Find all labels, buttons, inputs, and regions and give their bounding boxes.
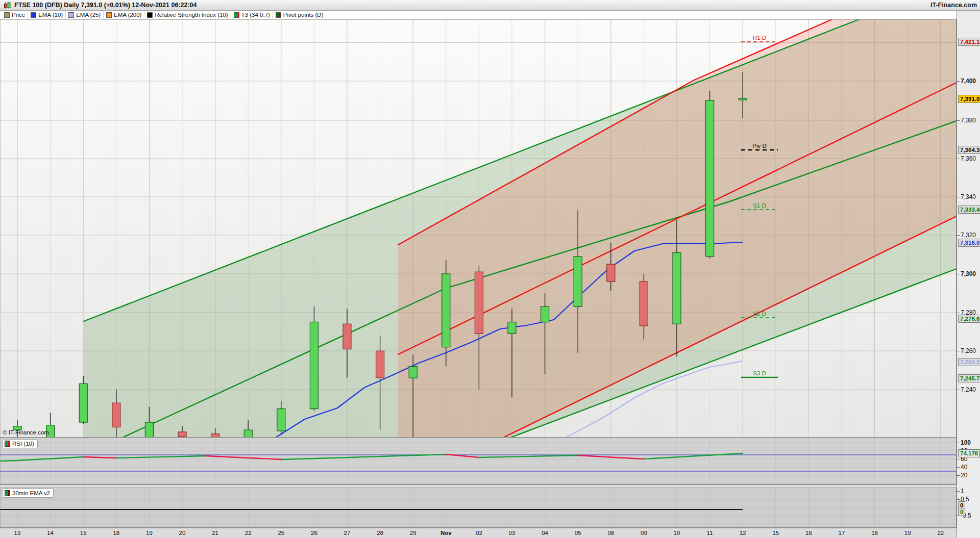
legend-swatch-icon (68, 12, 74, 18)
date-label: 11 (707, 530, 713, 536)
date-label: 10 (674, 530, 680, 536)
indicator-legend-bar: PriceEMA (10)EMA (25)EMA (200)Relative S… (0, 11, 980, 19)
date-label: 26 (311, 530, 317, 536)
candle-26[interactable] (310, 306, 318, 411)
price-tick-label: 7,360 (961, 155, 976, 162)
price-tick-label: 7,320 (961, 232, 976, 239)
level-badge: 7,245.7 (958, 374, 980, 382)
lower-legend-box[interactable]: 30min EMA v2 (2, 489, 54, 498)
lower-swatch-icon (5, 490, 10, 496)
date-label: 22 (245, 530, 252, 536)
chart-title: FTSE 100 (DFB) Daily 7,391.0 (+0.01%) 12… (14, 2, 197, 9)
svg-text:S2 D: S2 D (753, 311, 766, 317)
lower-tick-label: 1 (961, 488, 964, 495)
rsi-tick-label: 20 (961, 472, 967, 479)
candlestick-logo-icon (4, 2, 11, 9)
legend-item-label: Pivot points (D) (283, 12, 324, 18)
legend-item-label: EMA (10) (38, 12, 63, 18)
date-label: 05 (575, 530, 581, 536)
legend-item-label: EMA (25) (76, 12, 101, 18)
legend-item-label: Price (12, 12, 25, 18)
date-label: 25 (278, 530, 284, 536)
legend-item-label: T3 (34 0.7) (241, 12, 270, 18)
candle-11[interactable] (706, 91, 714, 259)
rsi-value-badge: 74.178 (958, 449, 980, 457)
brand-link[interactable]: IT-Finance.com (930, 0, 977, 11)
date-label: 19 (904, 530, 911, 536)
rsi-legend-label: RSI (10) (12, 441, 34, 447)
date-label: 14 (47, 530, 54, 536)
price-tick-label: 7,380 (961, 117, 976, 124)
date-label: Nov (440, 530, 452, 536)
date-label: 02 (476, 530, 482, 536)
price-tick-label: 7,260 (961, 347, 976, 354)
date-label: 28 (377, 530, 383, 536)
legend-item-ema-200[interactable]: EMA (200) (104, 11, 144, 19)
price-chart-pane[interactable]: R1 DPiv DS1 DS2 DS3 D© IT-Finance.com (0, 19, 957, 438)
legend-swatch-icon (234, 12, 239, 18)
legend-item-label: EMA (200) (114, 12, 141, 18)
rsi-pane[interactable] (0, 438, 957, 484)
price-axis[interactable]: 7,4007,3807,3607,3407,3207,3007,2807,260… (957, 11, 980, 538)
date-label: 17 (839, 530, 845, 536)
legend-item-ema-10[interactable]: EMA (10) (28, 11, 66, 19)
rsi-tick-label: 100 (961, 439, 971, 446)
legend-item-relative-strength-index-10[interactable]: Relative Strength Index (10) (144, 11, 231, 19)
level-badge: 7,364.3 (958, 146, 980, 154)
legend-item-label: Relative Strength Index (10) (155, 12, 228, 18)
date-label: 09 (641, 530, 647, 536)
date-label: 04 (542, 530, 548, 536)
charting-app: FTSE 100 (DFB) Daily 7,391.0 (+0.01%) 12… (0, 0, 980, 538)
date-label: 08 (607, 530, 614, 536)
date-label: 20 (179, 530, 186, 536)
level-badge: 7,316.0 (958, 239, 980, 247)
date-label: 18 (871, 530, 878, 536)
date-label: 18 (113, 530, 119, 536)
lower-legend-label: 30min EMA v2 (12, 490, 50, 496)
legend-item-pivot-points-d[interactable]: Pivot points (D) (273, 11, 327, 19)
title-bar: FTSE 100 (DFB) Daily 7,391.0 (+0.01%) 12… (0, 0, 980, 11)
svg-text:Piv D: Piv D (752, 143, 766, 149)
date-label: 27 (344, 530, 351, 536)
price-tick-label: 7,300 (961, 270, 976, 277)
legend-swatch-icon (4, 12, 10, 18)
date-label: 29 (410, 530, 416, 536)
svg-text:S3 D: S3 D (753, 370, 766, 376)
legend-item-ema-25[interactable]: EMA (25) (66, 11, 104, 19)
date-label: 15 (80, 530, 87, 536)
date-label: 19 (146, 530, 153, 536)
level-badge: 7,276.6 (958, 315, 980, 323)
level-badge: 7,333.4 (958, 206, 980, 214)
copyright-text: © IT-Finance.com (3, 429, 49, 435)
date-label: 21 (212, 530, 218, 536)
date-label: 13 (14, 530, 21, 536)
legend-item-t3-34-0-7[interactable]: T3 (34 0.7) (231, 11, 273, 19)
svg-text:S1 D: S1 D (753, 202, 766, 209)
level-badge: 7,254.2 (958, 358, 980, 366)
legend-swatch-icon (106, 12, 112, 18)
level-badge: 7,421.1 (958, 38, 980, 46)
legend-swatch-icon (147, 12, 153, 18)
date-axis[interactable]: 13141518192021222526272829Nov02030405080… (0, 528, 957, 538)
rsi-tick-label: 40 (961, 464, 967, 471)
price-tick-label: 7,400 (961, 78, 976, 85)
legend-swatch-icon (276, 12, 281, 18)
date-label: 15 (772, 530, 779, 536)
svg-text:R1 D: R1 D (753, 35, 766, 41)
legend-swatch-icon (31, 12, 36, 18)
price-tick-label: 7,340 (961, 193, 976, 200)
legend-item-price[interactable]: Price (2, 11, 28, 19)
last-price-badge: 7,391.0 (958, 95, 980, 103)
price-tick-label: 7,240 (961, 386, 976, 393)
date-label: 12 (740, 530, 746, 536)
ema-signal-pane[interactable] (0, 487, 957, 528)
rsi-legend-box[interactable]: RSI (10) (2, 439, 38, 448)
lower-zero-badge: 0 (958, 508, 965, 516)
rsi-swatch-icon (5, 441, 10, 447)
date-label: 22 (937, 530, 944, 536)
date-label: 03 (509, 530, 516, 536)
date-label: 16 (805, 530, 812, 536)
